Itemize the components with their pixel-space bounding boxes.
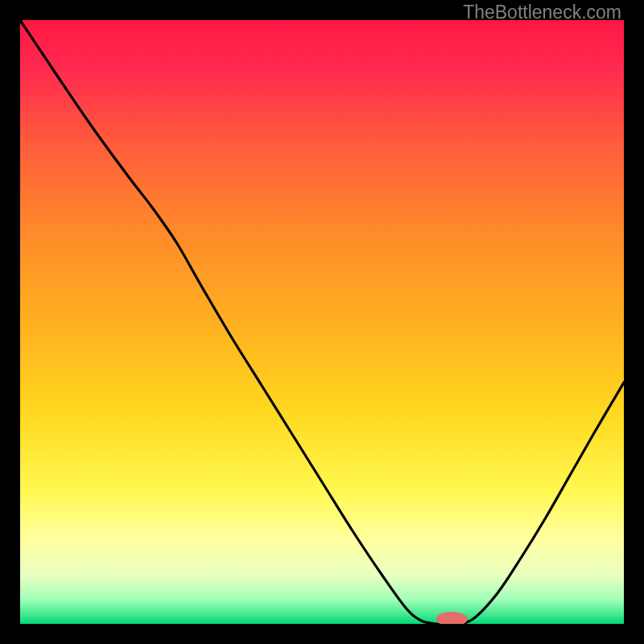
bottleneck-curve xyxy=(20,20,624,624)
plot-area xyxy=(20,20,624,624)
curve-overlay xyxy=(20,20,624,624)
chart-container: TheBottleneck.com xyxy=(0,0,644,644)
optimal-marker xyxy=(436,612,468,624)
